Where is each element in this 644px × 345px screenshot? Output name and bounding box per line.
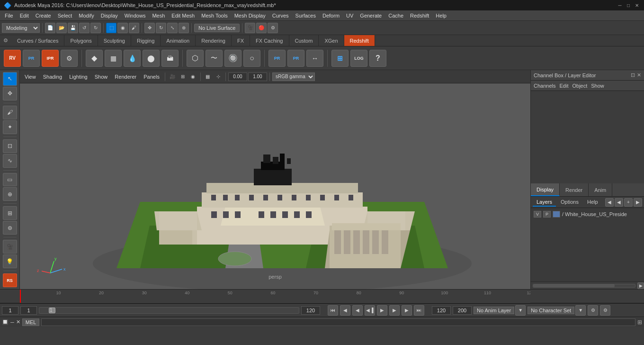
minimize-button[interactable]: ─ [617, 2, 623, 9]
channels-menu[interactable]: Channels [534, 83, 555, 89]
tab-polygons[interactable]: Polygons [64, 35, 98, 46]
next-key-btn[interactable]: ▶ [389, 305, 400, 316]
close-button[interactable]: ✕ [634, 2, 640, 9]
ipr-button[interactable]: 🔴 [256, 23, 267, 33]
render-settings-button[interactable]: ⚙ [268, 23, 278, 33]
go-start-btn[interactable]: ⏮ [328, 305, 338, 316]
no-live-surface-button[interactable]: No Live Surface [194, 24, 240, 32]
shelf-log-button[interactable]: LOG [350, 50, 367, 67]
shelf-material-button[interactable]: ◆ [86, 50, 103, 67]
shelf-rv-button[interactable]: RV [4, 50, 21, 67]
channel-box-restore-icon[interactable]: ⊡ [631, 72, 635, 78]
lighting-menu-item[interactable]: Lighting [66, 73, 90, 81]
shading-menu-item[interactable]: Shading [40, 73, 65, 81]
vt-shade-btn[interactable]: ◉ [188, 72, 198, 82]
shelf-transfer-button[interactable]: ↔ [306, 50, 323, 67]
layer-p-toggle[interactable]: P [543, 211, 551, 218]
rotate-tool-button[interactable]: ↻ [156, 23, 166, 33]
prev-frame-btn[interactable]: ◀ [340, 305, 350, 316]
renderer-menu-item[interactable]: Renderer [112, 73, 139, 81]
anim-extra-btn[interactable]: ⚙ [600, 305, 610, 316]
manip-tool-button[interactable]: ⊕ [179, 23, 189, 33]
menu-windows[interactable]: Windows [122, 12, 149, 19]
mel-close-icon[interactable]: ✕ [16, 319, 20, 325]
menu-mesh[interactable]: Mesh [149, 12, 168, 19]
anim-tab[interactable]: Anim [589, 183, 612, 196]
shelf-grid-button[interactable]: ▦ [105, 50, 122, 67]
play-fwd-btn[interactable]: ▶ [377, 305, 387, 316]
shelf-ipr-button[interactable]: IPR [42, 50, 59, 67]
mel-run-icon[interactable]: ⊞ [637, 319, 642, 326]
lasso-tool-button[interactable]: ◉ [117, 23, 128, 33]
shelf-node-button[interactable]: ⊞ [331, 50, 349, 67]
menu-file[interactable]: File [2, 12, 16, 19]
redshift-icon-lt[interactable]: RS [3, 273, 17, 287]
workspace-selector[interactable]: Modeling [2, 23, 40, 33]
snap-tool-lt[interactable]: ⊡ [3, 139, 17, 153]
vt-val2[interactable] [248, 73, 267, 81]
options-tab[interactable]: Options [557, 198, 582, 207]
shelf-light-button[interactable]: 🔘 [224, 50, 242, 67]
shelf-pr1-button[interactable]: PR [23, 50, 40, 67]
curve-tool-lt[interactable]: ∿ [3, 154, 17, 168]
menu-edit-mesh[interactable]: Edit Mesh [169, 12, 197, 19]
tab-rigging[interactable]: Rigging [131, 35, 161, 46]
timeline-ruler[interactable]: 1102030405060708090100110120 [0, 290, 644, 303]
time-slider[interactable]: 1 [39, 307, 299, 314]
vt-camera-btn[interactable]: 🎥 [168, 72, 177, 82]
select-tool-button[interactable]: ⬚ [106, 23, 116, 33]
tabs-settings-icon[interactable]: ⚙ [0, 35, 11, 46]
menu-deform[interactable]: Deform [320, 12, 342, 19]
open-scene-button[interactable]: 📂 [56, 23, 67, 33]
anim-end-input[interactable] [453, 306, 472, 315]
shelf-settings-button[interactable]: ⚙ [61, 50, 78, 67]
camera-tool-lt[interactable]: 🎥 [3, 240, 17, 254]
shelf-liquid-button[interactable]: 💧 [124, 50, 141, 67]
menu-modify[interactable]: Modify [76, 12, 97, 19]
poly-tool-lt[interactable]: ▭ [3, 173, 17, 187]
sculpt-tool-lt[interactable]: ✦ [3, 120, 17, 134]
view-menu-item[interactable]: View [22, 73, 39, 81]
shelf-object-button[interactable]: ⬡ [187, 50, 204, 67]
frame-end-input[interactable] [301, 306, 320, 315]
channel-box-close-icon[interactable]: ✕ [637, 72, 641, 78]
paint-select-button[interactable]: 🖌 [129, 23, 139, 33]
go-end-btn[interactable]: ⏭ [414, 305, 424, 316]
layer-add-btn[interactable]: ◀ [605, 198, 614, 207]
tab-redshift[interactable]: Redshift [344, 35, 375, 46]
move-tool-lt[interactable]: ✥ [3, 87, 17, 100]
menu-edit[interactable]: Edit [17, 12, 32, 19]
menu-redshift[interactable]: Redshift [407, 12, 432, 19]
vt-val1[interactable] [228, 73, 247, 81]
undo-button[interactable]: ↺ [79, 23, 89, 33]
panels-menu-item[interactable]: Panels [141, 73, 162, 81]
extrude-tool-lt[interactable]: ⊕ [3, 187, 17, 201]
shelf-pr3-button[interactable]: PR [287, 50, 304, 67]
tab-sculpting[interactable]: Sculpting [98, 35, 131, 46]
vt-wireframe-btn[interactable]: ⊞ [178, 72, 188, 82]
menu-surfaces[interactable]: Surfaces [293, 12, 319, 19]
shelf-terrain-button[interactable]: 🏔 [161, 50, 179, 67]
layer-new-btn[interactable]: + [624, 198, 633, 207]
maximize-button[interactable]: □ [625, 2, 632, 9]
light-tool-lt[interactable]: 💡 [3, 254, 17, 268]
new-scene-button[interactable]: 📄 [45, 23, 55, 33]
anim-start-input[interactable] [432, 306, 451, 315]
prev-key-btn[interactable]: ◀ [352, 305, 363, 316]
frame-current-input[interactable] [20, 306, 37, 315]
deform-tool-lt[interactable]: ⊚ [3, 221, 17, 235]
display-tab[interactable]: Display [531, 183, 560, 196]
menu-create[interactable]: Create [33, 12, 54, 19]
char-set-btn[interactable]: ▼ [575, 305, 586, 316]
shelf-sphere-button[interactable]: ⬤ [143, 50, 160, 67]
lattice-tool-lt[interactable]: ⊞ [3, 206, 17, 220]
show-menu-item[interactable]: Show [92, 73, 111, 81]
layer-color-swatch[interactable] [553, 211, 560, 218]
menu-generate[interactable]: Generate [357, 12, 385, 19]
redo-button[interactable]: ↻ [90, 23, 101, 33]
anim-settings-btn[interactable]: ⚙ [588, 305, 598, 316]
vt-display-btn[interactable]: ▦ [203, 72, 213, 82]
move-tool-button[interactable]: ✥ [144, 23, 155, 33]
scale-tool-button[interactable]: ⤡ [167, 23, 178, 33]
help-tab[interactable]: Help [583, 198, 602, 207]
